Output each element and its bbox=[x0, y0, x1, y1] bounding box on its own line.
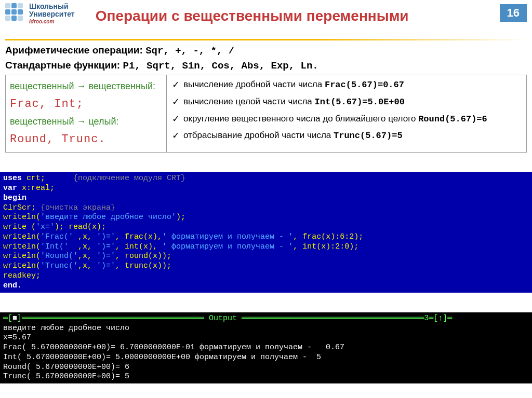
output-label: Output bbox=[204, 314, 242, 323]
code-text: writeln( bbox=[3, 213, 41, 222]
bullet-text: отбрасывание дробной части числа bbox=[183, 130, 334, 140]
output-line: Trunc( 5.6700000000E+00)= 5 bbox=[3, 372, 129, 381]
left-box: вещественный → вещественный: Frac, Int; … bbox=[6, 75, 167, 152]
list-item: вычисление дробной части числа Frac(5.67… bbox=[172, 78, 521, 91]
code-text: , round(x)); bbox=[115, 252, 171, 260]
logo-icon bbox=[5, 3, 26, 24]
output-marker: 3═[↑]═ bbox=[424, 314, 452, 323]
string: ' форматируем и получаем - ' bbox=[162, 232, 293, 241]
code-editor: uses crt; {подключение модуля CRT}var x:… bbox=[0, 172, 532, 293]
string: 'введите любое дробное число' bbox=[41, 213, 176, 222]
string: ')=' bbox=[97, 252, 115, 260]
code-text: , trunc(x)); bbox=[115, 262, 171, 270]
std-fns: Pi, Sqrt, Sin, Cos, Abs, Exp, Ln. bbox=[123, 60, 318, 72]
code-text: ,x, bbox=[73, 232, 97, 241]
to-real-label: вещественный → вещественный: bbox=[10, 78, 162, 94]
string: 'Int(' bbox=[41, 242, 69, 251]
string: ' форматируем и получаем - ' bbox=[162, 242, 293, 251]
code-text: writeln( bbox=[3, 252, 41, 260]
code-text: readkey; bbox=[3, 271, 41, 280]
logo-text: Школьный Университет idroo.com bbox=[29, 3, 75, 24]
right-box: вычисление дробной части числа Frac(5.67… bbox=[167, 75, 526, 152]
bullet-code: Trunc(5.67)=5 bbox=[334, 131, 403, 141]
string: 'x=' bbox=[36, 223, 55, 231]
header-bar: Школьный Университет idroo.com Операции … bbox=[0, 0, 532, 39]
logo-sub: idroo.com bbox=[29, 19, 75, 24]
output-panel: ═[■]════════════════════════════════════… bbox=[0, 312, 532, 383]
kw: var bbox=[3, 184, 17, 193]
comment: {подключение модуля CRT} bbox=[73, 174, 185, 183]
bullet-text: вычисление целой части числа bbox=[183, 97, 315, 106]
code-text: write ( bbox=[3, 223, 36, 231]
list-item: округление вещественного числа до ближай… bbox=[172, 113, 521, 126]
std-fns-line: Стандартные функции: Pi, Sqrt, Sin, Cos,… bbox=[5, 60, 527, 72]
output-line: Round( 5.6700000000E+00)= 6 bbox=[3, 363, 129, 372]
code-text: writeln( bbox=[3, 242, 41, 251]
code-text: x:real; bbox=[17, 184, 55, 193]
code-text: writeln( bbox=[3, 232, 41, 241]
arith-ops-line: Арифметические операции: Sqr, +, -, *, / bbox=[5, 45, 527, 57]
list-item: вычисление целой части числа Int(5.67)=5… bbox=[172, 95, 521, 108]
code-text: ); read(x); bbox=[55, 223, 106, 231]
real-fns: Frac, Int; bbox=[10, 94, 162, 114]
bullet-code: Round(5.67)=6 bbox=[418, 114, 487, 124]
bullet-text: округление вещественного числа до ближай… bbox=[183, 114, 418, 123]
comment: {очистка экрана} bbox=[41, 203, 115, 212]
string: ')=' bbox=[97, 242, 115, 251]
info-boxes: вещественный → вещественный: Frac, Int; … bbox=[5, 75, 527, 153]
string: 'Trunc(' bbox=[41, 262, 78, 270]
terminal: uses crt; {подключение модуля CRT}var x:… bbox=[0, 153, 532, 393]
code-text: ); bbox=[176, 213, 185, 222]
bullet-code: Frac(5.67)=0.67 bbox=[325, 80, 404, 90]
code-text: crt; bbox=[22, 174, 73, 183]
code-text: , frac(x), bbox=[115, 232, 162, 241]
arith-label: Арифметические операции: bbox=[5, 45, 143, 56]
output-line: Frac( 5.6700000000E+00)= 6.7000000000E-0… bbox=[3, 343, 344, 352]
logo-line2: Университет bbox=[29, 10, 75, 18]
divider-line bbox=[5, 39, 527, 40]
code-text: , int(x):2:0); bbox=[293, 242, 358, 251]
bullet-list: вычисление дробной части числа Frac(5.67… bbox=[172, 78, 521, 142]
kw: begin bbox=[3, 194, 26, 202]
bullet-text: вычисление дробной части числа bbox=[183, 79, 325, 89]
page-title: Операции с вещественными переменными bbox=[96, 8, 409, 24]
std-label: Стандартные функции: bbox=[5, 60, 120, 71]
output-line: введите любое дробное число bbox=[3, 324, 129, 333]
string: 'Frac(' bbox=[41, 232, 73, 241]
code-text: ,x, bbox=[78, 252, 97, 260]
bullet-code: Int(5.67)=5.0E+00 bbox=[315, 97, 405, 107]
kw: uses bbox=[3, 174, 22, 183]
code-text: , frac(x):6:2); bbox=[293, 232, 363, 241]
output-line: x=5.67 bbox=[3, 333, 31, 342]
code-text: ,x, bbox=[69, 242, 97, 251]
page-number: 16 bbox=[500, 4, 527, 22]
list-item: отбрасывание дробной части числа Trunc(5… bbox=[172, 129, 521, 142]
to-int-label: вещественный → целый: bbox=[10, 114, 162, 130]
string: ')=' bbox=[97, 262, 115, 270]
kw: end. bbox=[3, 281, 22, 290]
int-fns: Round, Trunc. bbox=[10, 130, 162, 149]
content: Арифметические операции: Sqr, +, -, *, /… bbox=[0, 45, 532, 153]
string: 'Round(' bbox=[41, 252, 78, 260]
code-text: ClrScr; bbox=[3, 203, 41, 212]
logo: Школьный Университет idroo.com bbox=[5, 3, 75, 24]
output-line: Int( 5.6700000000E+00)= 5.0000000000E+00… bbox=[3, 353, 321, 362]
string: ')=' bbox=[97, 232, 115, 241]
logo-line1: Школьный bbox=[29, 3, 75, 10]
code-text: writeln( bbox=[3, 262, 41, 270]
output-divider: ═[■]════════════════════════════════════… bbox=[3, 314, 452, 323]
code-text: ,x, bbox=[78, 262, 97, 270]
arith-ops: Sqr, +, -, *, / bbox=[145, 45, 234, 57]
code-text: , int(x), bbox=[115, 242, 162, 251]
